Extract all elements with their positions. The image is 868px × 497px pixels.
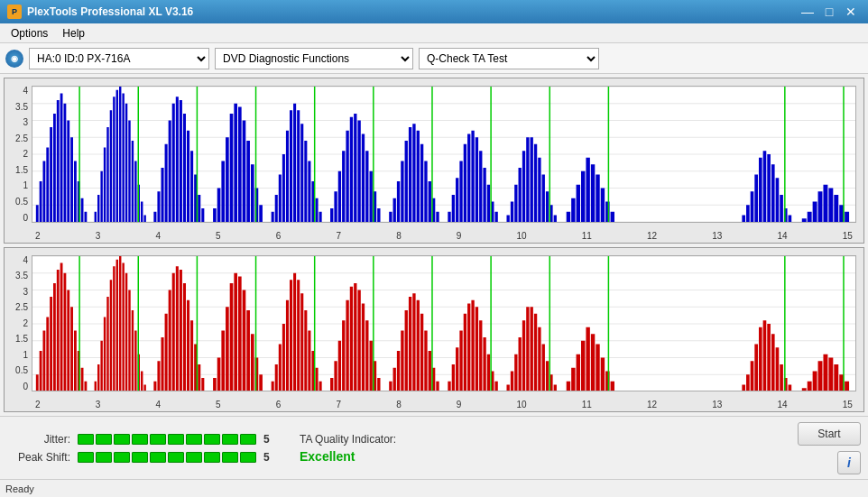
title-bar-left: P PlexTools Professional XL V3.16 — [7, 5, 193, 19]
bottom-chart-y-labels: 4 3.5 3 2.5 2 1.5 1 0.5 0 — [5, 255, 32, 392]
indicator-cell — [168, 452, 184, 463]
jitter-value: 5 — [263, 433, 282, 446]
bottom-chart: 4 3.5 3 2.5 2 1.5 1 0.5 0 2 3 4 5 6 7 8 — [4, 247, 864, 413]
indicator-cell — [168, 434, 184, 445]
test-select[interactable]: Q-Check TA Test — [419, 48, 599, 69]
indicator-cell — [186, 434, 202, 445]
peakshift-value: 5 — [263, 451, 282, 464]
bottom-chart-plot — [32, 255, 856, 392]
top-chart-plot — [32, 86, 856, 223]
indicator-cell — [150, 434, 166, 445]
toolbar: ◉ HA:0 ID:0 PX-716A DVD Diagnostic Funct… — [0, 43, 868, 74]
indicator-cell — [96, 434, 112, 445]
app-icon: P — [7, 5, 22, 19]
menu-bar: Options Help — [0, 23, 868, 43]
menu-help[interactable]: Help — [55, 25, 92, 41]
indicator-cell — [132, 452, 148, 463]
indicator-cell — [96, 452, 112, 463]
title-bar: P PlexTools Professional XL V3.16 — □ ✕ — [0, 0, 868, 23]
ta-label: TA Quality Indicator: — [300, 433, 396, 446]
jitter-row: Jitter: 5 — [7, 433, 282, 446]
window-title: PlexTools Professional XL V3.16 — [27, 5, 193, 18]
right-section: Start i — [798, 422, 861, 474]
peakshift-row: Peak Shift: 5 — [7, 451, 282, 464]
indicator-cell — [204, 452, 220, 463]
start-button[interactable]: Start — [798, 422, 861, 446]
indicator-cell — [240, 434, 256, 445]
main-content: 4 3.5 3 2.5 2 1.5 1 0.5 0 2 3 4 5 6 7 8 — [0, 74, 868, 416]
indicator-cell — [78, 434, 94, 445]
indicator-cell — [150, 452, 166, 463]
top-chart: 4 3.5 3 2.5 2 1.5 1 0.5 0 2 3 4 5 6 7 8 — [4, 78, 864, 244]
maximize-button[interactable]: □ — [819, 4, 839, 20]
function-select[interactable]: DVD Diagnostic Functions — [215, 48, 413, 69]
status-bar: Ready — [0, 479, 868, 497]
top-chart-x-labels: 2 3 4 5 6 7 8 9 10 11 12 13 14 15 — [32, 231, 856, 241]
indicator-cell — [222, 434, 238, 445]
minimize-button[interactable]: — — [798, 4, 817, 20]
indicator-cell — [204, 434, 220, 445]
top-chart-y-labels: 4 3.5 3 2.5 2 1.5 1 0.5 0 — [5, 86, 32, 223]
stats-section: Jitter: 5 Peak Shift: 5 — [7, 433, 282, 464]
peakshift-indicators — [78, 452, 256, 463]
status-text: Ready — [5, 483, 34, 494]
indicator-cell — [132, 434, 148, 445]
peakshift-label: Peak Shift: — [7, 451, 70, 464]
ta-value: Excellent — [300, 449, 355, 464]
indicator-cell — [240, 452, 256, 463]
info-button[interactable]: i — [837, 451, 861, 474]
close-button[interactable]: ✕ — [841, 4, 861, 20]
indicator-cell — [186, 452, 202, 463]
ta-section: TA Quality Indicator: Excellent — [300, 433, 396, 464]
indicator-cell — [114, 452, 130, 463]
bottom-panel: Jitter: 5 Peak Shift: 5 TA Quality Indic… — [0, 416, 868, 479]
bottom-chart-x-labels: 2 3 4 5 6 7 8 9 10 11 12 13 14 15 — [32, 400, 856, 410]
jitter-indicators — [78, 434, 256, 445]
drive-select[interactable]: HA:0 ID:0 PX-716A — [29, 48, 209, 69]
jitter-label: Jitter: — [7, 433, 70, 446]
device-icon: ◉ — [5, 50, 23, 68]
title-bar-controls: — □ ✕ — [798, 4, 861, 20]
menu-options[interactable]: Options — [4, 25, 55, 41]
indicator-cell — [114, 434, 130, 445]
indicator-cell — [78, 452, 94, 463]
indicator-cell — [222, 452, 238, 463]
